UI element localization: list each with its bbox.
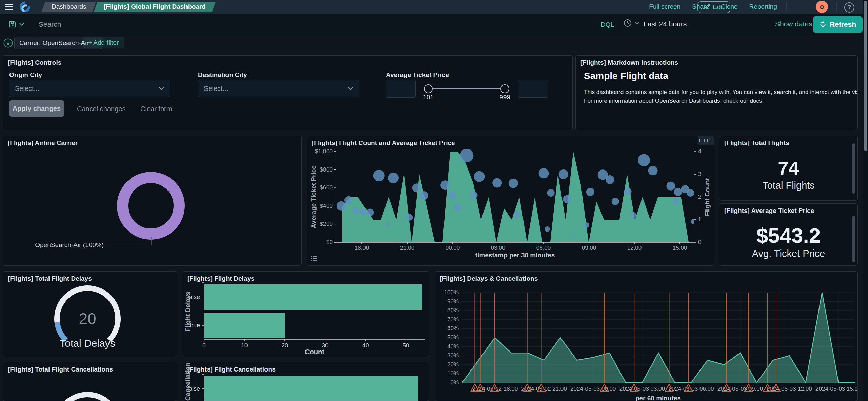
legend-toggle-button[interactable]	[310, 254, 318, 263]
svg-text:60%: 60%	[447, 325, 459, 332]
breadcrumb-dashboards[interactable]: Dashboards	[42, 2, 96, 12]
price-slider-handle-max[interactable]	[500, 84, 509, 93]
opensearch-logo-icon	[19, 1, 31, 13]
saved-query-button[interactable]	[0, 14, 33, 35]
svg-text:Flight Delays: Flight Delays	[184, 292, 191, 332]
add-filter-button[interactable]: + Add filter	[83, 37, 124, 48]
apply-changes-button[interactable]: Apply changes	[9, 100, 64, 117]
clear-form-button[interactable]: Clear form	[140, 105, 172, 113]
opensearch-logo[interactable]	[18, 0, 32, 14]
panel-title: [Flights] Total Flights	[719, 136, 857, 150]
svg-text:!: !	[540, 386, 542, 392]
svg-text:15:00: 15:00	[673, 245, 687, 251]
svg-text:10: 10	[241, 342, 248, 349]
panel-flight-delays: [Flights] Flight Delays falsetrue0102030…	[182, 271, 429, 357]
header-divider-2	[836, 2, 837, 12]
avg-ticket-price-label: Avg. Ticket Price	[719, 248, 857, 259]
help-button[interactable]: ?	[844, 2, 854, 13]
chevron-down-icon	[19, 23, 24, 26]
svg-text:!: !	[494, 386, 495, 392]
svg-text:20%: 20%	[447, 361, 459, 368]
svg-text:Flight Count: Flight Count	[704, 178, 711, 216]
query-language-button[interactable]: DQL	[597, 19, 617, 31]
price-min-input[interactable]	[386, 80, 416, 98]
cancel-changes-button[interactable]: Cancel changes	[77, 105, 125, 113]
svg-text:2024-05-03 03:00: 2024-05-03 03:00	[619, 386, 665, 392]
svg-text:!: !	[688, 386, 689, 392]
svg-text:0%: 0%	[450, 379, 459, 386]
svg-text:70%: 70%	[447, 316, 459, 323]
svg-text:!: !	[668, 386, 670, 392]
svg-text:80%: 80%	[447, 307, 459, 314]
top-header: Dashboards [Flights] Global Flight Dashb…	[0, 0, 868, 14]
user-avatar[interactable]: o	[816, 1, 828, 13]
search-input[interactable]	[38, 17, 582, 32]
origin-city-select[interactable]: Select...	[9, 80, 170, 97]
filter-icon[interactable]	[3, 38, 13, 48]
avg-ticket-price-value: $543.2	[719, 223, 857, 247]
docs-link[interactable]: docs	[750, 98, 762, 104]
panel-markdown-instructions: [Flights] Markdown Instructions Sample F…	[575, 55, 858, 130]
panel-controls: [Flights] Controls Origin City Select...…	[3, 55, 573, 130]
panel-delays-cancellations: [Flights] Delays & Cancellations 0%10%20…	[435, 271, 858, 401]
panel-total-flights: [Flights] Total Flights 74 Total Flights	[719, 136, 858, 201]
header-divider	[786, 2, 787, 12]
panel-title: [Flights] Controls	[3, 56, 572, 70]
filter-pill-label: Carrier: OpenSearch-Air	[19, 39, 89, 47]
show-dates-button[interactable]: Show dates	[775, 20, 812, 28]
svg-text:$0: $0	[326, 239, 333, 245]
svg-text:1: 1	[698, 216, 701, 223]
svg-text:03:00: 03:00	[491, 245, 506, 251]
time-picker-quick-button[interactable]	[623, 19, 639, 27]
svg-text:50%: 50%	[447, 334, 459, 341]
breadcrumb: Dashboards [Flights] Global Flight Dashb…	[43, 2, 214, 12]
panel-scrollbar[interactable]	[852, 216, 855, 262]
svg-text:$200: $200	[320, 221, 333, 227]
searchbar-divider	[619, 17, 619, 31]
svg-text:21:00: 21:00	[400, 245, 415, 251]
refresh-icon	[820, 21, 826, 28]
price-slider-track[interactable]	[428, 88, 506, 89]
panel-avg-ticket-price: [Flights] Average Ticket Price $543.2 Av…	[719, 203, 858, 266]
breadcrumb-current-dashboard[interactable]: [Flights] Global Flight Dashboard	[94, 2, 216, 12]
panel-scrollbar[interactable]	[852, 143, 855, 194]
panel-flight-cancellations: [Flights] Flight Cancellations falseFlig…	[182, 362, 429, 401]
panel-total-flight-delays: [Flights] Total Flight Delays 20Total De…	[3, 271, 177, 357]
svg-text:!: !	[775, 386, 777, 392]
edit-button[interactable]: Edit	[697, 1, 730, 13]
price-max-input[interactable]	[518, 80, 548, 98]
scrollbar-thumb[interactable]	[864, 1, 867, 151]
svg-text:Count: Count	[305, 348, 324, 356]
total-flights-label: Total Flights	[719, 180, 857, 191]
markdown-body-line1: This dashboard contains sample data for …	[584, 89, 858, 96]
markdown-body-line2: For more information about OpenSearch Da…	[584, 98, 764, 104]
svg-text:2024-05-03 15:00: 2024-05-03 15:00	[815, 386, 858, 392]
delays-cancellations-chart: 0%10%20%30%40%50%60%70%80%90%100%2024-05…	[435, 272, 858, 401]
svg-text:12:00: 12:00	[627, 245, 642, 251]
destination-city-label: Destination City	[198, 71, 247, 79]
flight-count-price-chart: $0$200$400$600$800$1,0000123418:0021:000…	[307, 136, 714, 266]
time-range-value[interactable]: Last 24 hours	[644, 20, 687, 28]
full-screen-button[interactable]: Full screen	[649, 3, 680, 11]
refresh-button[interactable]: Refresh	[813, 16, 863, 33]
svg-text:per 60 minutes: per 60 minutes	[635, 395, 681, 401]
page-scrollbar[interactable]	[863, 0, 868, 401]
svg-text:30%: 30%	[447, 352, 459, 359]
svg-text:06:00: 06:00	[536, 245, 551, 251]
svg-text:Flight Cancellations: Flight Cancellations	[184, 362, 191, 401]
price-slider-handle-min[interactable]	[424, 84, 433, 93]
reporting-button[interactable]: Reporting	[749, 3, 777, 11]
svg-text:$800: $800	[320, 166, 333, 173]
total-flights-value: 74	[719, 157, 857, 179]
svg-text:$1,000: $1,000	[315, 148, 333, 155]
svg-text:!: !	[474, 386, 475, 392]
svg-text:!: !	[726, 386, 727, 392]
svg-text:18:00: 18:00	[355, 245, 369, 251]
price-slider-min-value: 101	[423, 94, 434, 101]
flight-delays-chart: falsetrue01020304050CountFlight Delays	[182, 272, 429, 357]
svg-text:20: 20	[79, 310, 96, 327]
clock-icon	[623, 19, 632, 27]
destination-city-select[interactable]: Select...	[198, 80, 359, 97]
total-cancellations-gauge	[3, 362, 177, 401]
hamburger-menu-button[interactable]	[0, 0, 16, 14]
